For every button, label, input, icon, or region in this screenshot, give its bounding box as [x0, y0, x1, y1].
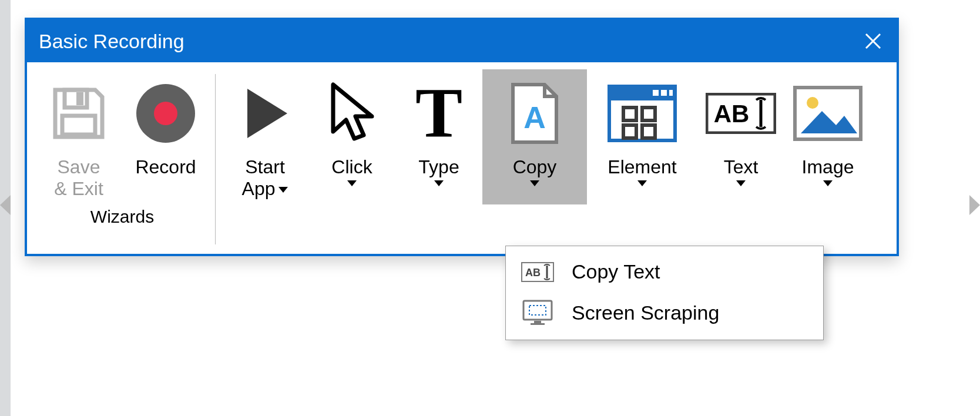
- ab-text-icon: AB: [706, 93, 776, 134]
- svg-marker-9: [247, 89, 287, 138]
- svg-marker-0: [0, 195, 11, 215]
- menu-item-screen-scraping[interactable]: Screen Scraping: [506, 291, 823, 334]
- svg-text:AB: AB: [525, 267, 541, 279]
- svg-marker-10: [278, 187, 288, 193]
- anchor-arrow-left: [0, 195, 11, 215]
- copy-dropdown-menu: AB Copy Text Screen Scraping: [505, 246, 824, 340]
- record-button[interactable]: Record: [122, 69, 209, 204]
- svg-marker-28: [736, 180, 746, 186]
- svg-marker-32: [823, 180, 833, 186]
- chevron-down-icon: [347, 180, 357, 186]
- menu-item-screen-scraping-label: Screen Scraping: [572, 301, 719, 324]
- image-button[interactable]: Image: [784, 69, 871, 204]
- save-exit-label-2: & Exit: [54, 178, 103, 200]
- save-exit-label-1: Save: [58, 156, 100, 178]
- svg-point-8: [154, 102, 177, 125]
- window-grid-icon: [607, 84, 677, 143]
- chevron-down-icon: [736, 180, 746, 186]
- start-app-button[interactable]: Start App: [221, 69, 308, 204]
- svg-marker-1: [969, 195, 980, 215]
- text-button[interactable]: AB Text: [697, 69, 784, 204]
- svg-marker-14: [530, 180, 539, 186]
- image-icon: [793, 85, 863, 142]
- svg-rect-39: [531, 323, 545, 325]
- floppy-icon: [51, 85, 107, 142]
- record-label: Record: [135, 156, 196, 178]
- menu-item-copy-text-label: Copy Text: [572, 260, 660, 283]
- type-t-icon: T: [415, 78, 462, 149]
- ribbon: Save & Exit: [27, 62, 897, 254]
- window-title: Basic Recording: [39, 30, 184, 53]
- save-exit-button[interactable]: Save & Exit: [35, 69, 122, 204]
- copy-button[interactable]: A Copy: [482, 69, 587, 204]
- svg-rect-36: [523, 301, 552, 320]
- group-tools: Start App: [221, 69, 871, 249]
- close-icon: [865, 33, 881, 49]
- svg-marker-24: [637, 180, 647, 186]
- svg-rect-38: [534, 321, 541, 323]
- screen-scraping-icon: [520, 300, 555, 326]
- titlebar: Basic Recording: [27, 20, 897, 62]
- element-label: Element: [608, 156, 676, 178]
- click-label: Click: [331, 156, 372, 178]
- svg-point-30: [807, 97, 818, 109]
- copy-label: Copy: [513, 156, 557, 178]
- svg-text:A: A: [523, 100, 546, 135]
- svg-rect-6: [62, 116, 95, 135]
- text-ab-icon: AB: [520, 262, 555, 282]
- close-button[interactable]: [859, 27, 887, 55]
- image-label: Image: [802, 156, 854, 178]
- cursor-icon: [323, 81, 381, 146]
- group-wizards-label: Wizards: [35, 207, 209, 227]
- svg-text:AB: AB: [714, 100, 750, 128]
- menu-item-copy-text[interactable]: AB Copy Text: [506, 252, 823, 291]
- record-icon: [133, 81, 198, 146]
- svg-rect-19: [669, 90, 673, 96]
- type-label: Type: [418, 156, 459, 178]
- document-a-icon: A: [508, 81, 561, 146]
- svg-rect-4: [65, 90, 87, 108]
- chevron-down-icon: [278, 187, 288, 193]
- group-wizards: Save & Exit: [35, 69, 209, 249]
- click-button[interactable]: Click: [308, 69, 395, 204]
- text-label: Text: [724, 156, 759, 178]
- group-separator: [215, 74, 216, 244]
- start-app-label-2: App: [242, 178, 276, 200]
- chevron-down-icon: [530, 180, 539, 186]
- svg-marker-12: [434, 180, 444, 186]
- start-app-label-1: Start: [245, 156, 285, 178]
- svg-rect-17: [653, 90, 659, 96]
- svg-marker-11: [347, 180, 357, 186]
- chevron-down-icon: [823, 180, 833, 186]
- basic-recording-window: Basic Recording: [25, 18, 899, 256]
- svg-rect-18: [661, 90, 667, 96]
- anchor-arrow-right: [969, 195, 980, 215]
- chevron-down-icon: [434, 180, 444, 186]
- type-button[interactable]: T Type: [395, 69, 482, 204]
- element-button[interactable]: Element: [587, 69, 697, 204]
- play-icon: [236, 84, 294, 143]
- chevron-down-icon: [637, 180, 647, 186]
- svg-rect-5: [76, 92, 83, 105]
